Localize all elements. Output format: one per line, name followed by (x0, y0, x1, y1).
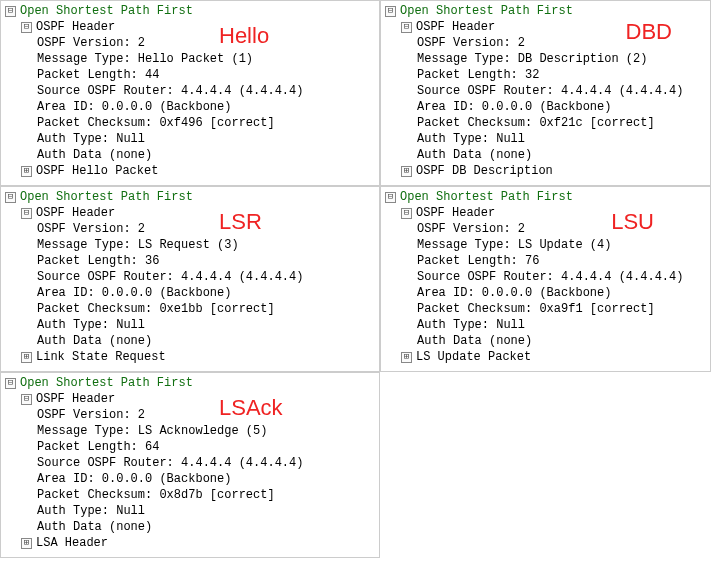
field-router: Source OSPF Router: 4.4.4.4 (4.4.4.4) (385, 83, 706, 99)
expand-icon[interactable]: ⊞ (21, 166, 32, 177)
sub-section-label: LSA Header (36, 536, 108, 550)
ospf-header-row[interactable]: ⊟ OSPF Header (5, 19, 375, 35)
collapse-icon[interactable]: ⊟ (21, 22, 32, 33)
ospf-header-label: OSPF Header (416, 206, 495, 220)
sub-section-row[interactable]: ⊞ LS Update Packet (385, 349, 706, 365)
field-msgtype: Message Type: Hello Packet (1) (5, 51, 375, 67)
collapse-icon[interactable]: ⊟ (5, 6, 16, 17)
packet-grid: Hello ⊟ Open Shortest Path First ⊟ OSPF … (0, 0, 711, 558)
field-checksum: Packet Checksum: 0xe1bb [correct] (5, 301, 375, 317)
field-authtype: Auth Type: Null (385, 317, 706, 333)
field-authdata: Auth Data (none) (5, 147, 375, 163)
field-version: OSPF Version: 2 (5, 221, 375, 237)
field-area: Area ID: 0.0.0.0 (Backbone) (385, 99, 706, 115)
expand-icon[interactable]: ⊞ (401, 352, 412, 363)
ospf-header-row[interactable]: ⊟ OSPF Header (385, 19, 706, 35)
field-authtype: Auth Type: Null (5, 503, 375, 519)
expand-icon[interactable]: ⊞ (21, 352, 32, 363)
field-authdata: Auth Data (none) (5, 519, 375, 535)
ospf-header-row[interactable]: ⊟ OSPF Header (5, 205, 375, 221)
collapse-icon[interactable]: ⊟ (385, 6, 396, 17)
protocol-row[interactable]: ⊟ Open Shortest Path First (385, 3, 706, 19)
field-authdata: Auth Data (none) (385, 147, 706, 163)
field-length: Packet Length: 36 (5, 253, 375, 269)
sub-section-label: OSPF DB Description (416, 164, 553, 178)
field-authdata: Auth Data (none) (5, 333, 375, 349)
field-router: Source OSPF Router: 4.4.4.4 (4.4.4.4) (385, 269, 706, 285)
field-msgtype: Message Type: LS Request (3) (5, 237, 375, 253)
protocol-title: Open Shortest Path First (400, 4, 573, 18)
protocol-title: Open Shortest Path First (400, 190, 573, 204)
field-area: Area ID: 0.0.0.0 (Backbone) (5, 99, 375, 115)
ospf-header-label: OSPF Header (36, 206, 115, 220)
collapse-icon[interactable]: ⊟ (5, 378, 16, 389)
protocol-row[interactable]: ⊟ Open Shortest Path First (5, 189, 375, 205)
ospf-header-label: OSPF Header (36, 392, 115, 406)
packet-panel-hello: Hello ⊟ Open Shortest Path First ⊟ OSPF … (0, 0, 380, 186)
protocol-title: Open Shortest Path First (20, 4, 193, 18)
collapse-icon[interactable]: ⊟ (21, 394, 32, 405)
field-authtype: Auth Type: Null (385, 131, 706, 147)
field-length: Packet Length: 32 (385, 67, 706, 83)
collapse-icon[interactable]: ⊟ (21, 208, 32, 219)
protocol-row[interactable]: ⊟ Open Shortest Path First (5, 3, 375, 19)
sub-section-row[interactable]: ⊞ LSA Header (5, 535, 375, 551)
field-length: Packet Length: 64 (5, 439, 375, 455)
field-checksum: Packet Checksum: 0x8d7b [correct] (5, 487, 375, 503)
field-router: Source OSPF Router: 4.4.4.4 (4.4.4.4) (5, 269, 375, 285)
field-msgtype: Message Type: LS Acknowledge (5) (5, 423, 375, 439)
collapse-icon[interactable]: ⊟ (5, 192, 16, 203)
expand-icon[interactable]: ⊞ (21, 538, 32, 549)
field-version: OSPF Version: 2 (5, 407, 375, 423)
sub-section-row[interactable]: ⊞ OSPF Hello Packet (5, 163, 375, 179)
sub-section-row[interactable]: ⊞ OSPF DB Description (385, 163, 706, 179)
field-authdata: Auth Data (none) (385, 333, 706, 349)
field-area: Area ID: 0.0.0.0 (Backbone) (5, 471, 375, 487)
protocol-title: Open Shortest Path First (20, 376, 193, 390)
packet-panel-lsu: LSU ⊟ Open Shortest Path First ⊟ OSPF He… (380, 186, 711, 372)
field-msgtype: Message Type: DB Description (2) (385, 51, 706, 67)
ospf-header-row[interactable]: ⊟ OSPF Header (385, 205, 706, 221)
field-version: OSPF Version: 2 (385, 35, 706, 51)
ospf-header-row[interactable]: ⊟ OSPF Header (5, 391, 375, 407)
field-router: Source OSPF Router: 4.4.4.4 (4.4.4.4) (5, 83, 375, 99)
expand-icon[interactable]: ⊞ (401, 166, 412, 177)
field-checksum: Packet Checksum: 0xf496 [correct] (5, 115, 375, 131)
collapse-icon[interactable]: ⊟ (401, 22, 412, 33)
packet-panel-lsack: LSAck ⊟ Open Shortest Path First ⊟ OSPF … (0, 372, 380, 558)
packet-panel-dbd: DBD ⊟ Open Shortest Path First ⊟ OSPF He… (380, 0, 711, 186)
ospf-header-label: OSPF Header (416, 20, 495, 34)
field-authtype: Auth Type: Null (5, 317, 375, 333)
field-length: Packet Length: 76 (385, 253, 706, 269)
field-area: Area ID: 0.0.0.0 (Backbone) (385, 285, 706, 301)
field-length: Packet Length: 44 (5, 67, 375, 83)
collapse-icon[interactable]: ⊟ (385, 192, 396, 203)
protocol-row[interactable]: ⊟ Open Shortest Path First (5, 375, 375, 391)
ospf-header-label: OSPF Header (36, 20, 115, 34)
field-version: OSPF Version: 2 (385, 221, 706, 237)
packet-panel-lsr: LSR ⊟ Open Shortest Path First ⊟ OSPF He… (0, 186, 380, 372)
sub-section-label: OSPF Hello Packet (36, 164, 158, 178)
field-router: Source OSPF Router: 4.4.4.4 (4.4.4.4) (5, 455, 375, 471)
sub-section-label: LS Update Packet (416, 350, 531, 364)
field-area: Area ID: 0.0.0.0 (Backbone) (5, 285, 375, 301)
field-msgtype: Message Type: LS Update (4) (385, 237, 706, 253)
field-authtype: Auth Type: Null (5, 131, 375, 147)
sub-section-row[interactable]: ⊞ Link State Request (5, 349, 375, 365)
protocol-row[interactable]: ⊟ Open Shortest Path First (385, 189, 706, 205)
sub-section-label: Link State Request (36, 350, 166, 364)
protocol-title: Open Shortest Path First (20, 190, 193, 204)
field-version: OSPF Version: 2 (5, 35, 375, 51)
collapse-icon[interactable]: ⊟ (401, 208, 412, 219)
field-checksum: Packet Checksum: 0xf21c [correct] (385, 115, 706, 131)
field-checksum: Packet Checksum: 0xa9f1 [correct] (385, 301, 706, 317)
